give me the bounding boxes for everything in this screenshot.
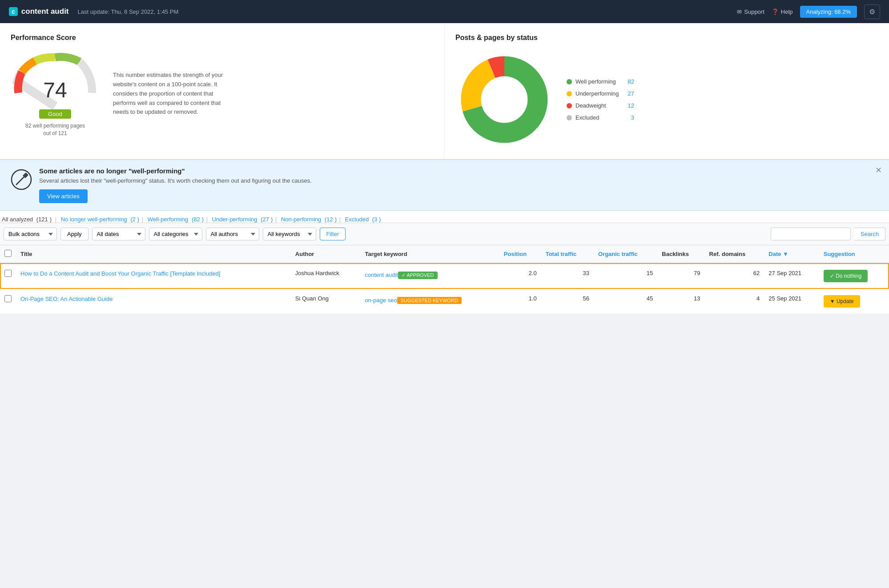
ref-domains-cell: 62	[705, 263, 764, 289]
envelope-icon: ✉	[737, 8, 742, 15]
row-checkbox-cell	[0, 289, 16, 314]
organic-traffic-column-header[interactable]: Organic traffic	[594, 245, 657, 263]
well-performing-label: Well performing	[575, 78, 619, 85]
help-button[interactable]: ❓ Help	[772, 8, 793, 15]
filter-tabs-inner: All analyzed (121) | No longer well-perf…	[0, 216, 889, 223]
row-1-checkbox[interactable]	[4, 295, 12, 302]
ref-domains-column-header: Ref. domains	[705, 245, 764, 263]
svg-text:74: 74	[43, 78, 67, 102]
keyword-cell: on-page seoSUGGESTED KEYWORD	[361, 289, 499, 314]
pie-chart	[455, 51, 553, 148]
all-analyzed-label: All analyzed	[2, 216, 33, 223]
alert-title: Some articles are no longer "well-perfor…	[39, 167, 878, 175]
settings-button[interactable]: ⚙	[864, 4, 880, 19]
toolbar: Bulk actions Apply All dates All categor…	[0, 223, 889, 245]
filter-button[interactable]: Filter	[320, 228, 346, 240]
keyword-link[interactable]: on-page seo	[365, 297, 397, 304]
articles-table-container: Title Author Target keyword Position Tot…	[0, 245, 889, 314]
performance-grade: Good	[39, 109, 71, 119]
legend-excluded: Excluded 3	[567, 114, 634, 121]
date-column-header[interactable]: Date ▼	[764, 245, 819, 263]
logo-icon: c	[9, 7, 18, 16]
no-longer-well-performing-tab[interactable]: No longer well-performing (2)	[61, 216, 139, 223]
pie-content: Well performing 82 Underperforming 27 De…	[455, 51, 878, 148]
backlinks-cell: 13	[657, 289, 704, 314]
alert-description: Several articles lost their "well-perfor…	[39, 177, 878, 184]
filter-tabs: All analyzed (121) | No longer well-perf…	[0, 211, 889, 223]
select-all-header[interactable]	[0, 245, 16, 263]
view-articles-button[interactable]: View articles	[39, 189, 88, 203]
suggestion-button[interactable]: ✓ Do nothing	[824, 270, 868, 282]
under-performing-tab[interactable]: Under-performing (27)	[212, 216, 273, 223]
well-performing-count: 82	[628, 78, 634, 85]
author-column-header: Author	[291, 245, 361, 263]
total-traffic-column-header[interactable]: Total traffic	[541, 245, 594, 263]
all-keywords-select[interactable]: All keywords	[263, 228, 316, 240]
question-icon: ❓	[772, 8, 779, 15]
keyword-cell: content audit✓ APPROVED	[361, 263, 499, 289]
date-cell: 27 Sep 2021	[764, 263, 819, 289]
legend-deadweight: Deadweight 12	[567, 102, 634, 109]
header-actions: ✉ Support ❓ Help Analyzing: 68.2% ⚙	[737, 4, 880, 19]
well-performing-tab[interactable]: Well-performing (82)	[148, 216, 204, 223]
position-column-header[interactable]: Position	[499, 245, 541, 263]
posts-by-status-title: Posts & pages by status	[455, 34, 878, 42]
svg-point-5	[481, 76, 527, 123]
table-row: How to Do a Content Audit and Boost Your…	[0, 263, 889, 289]
search-button[interactable]: Search	[854, 228, 885, 240]
non-performing-tab[interactable]: Non-performing (12)	[281, 216, 337, 223]
excluded-count: 3	[631, 114, 634, 121]
posts-by-status-panel: Posts & pages by status	[445, 23, 889, 159]
legend-well-performing: Well performing 82	[567, 78, 634, 85]
performance-description: This number estimates the strength of yo…	[113, 71, 237, 117]
row-0-checkbox[interactable]	[4, 270, 12, 277]
alert-content: Some articles are no longer "well-perfor…	[39, 167, 878, 203]
apply-button[interactable]: Apply	[60, 228, 88, 240]
keyword-link[interactable]: content audit	[365, 272, 398, 278]
suggestion-cell: ▼ Update	[819, 289, 889, 314]
deadweight-count: 12	[628, 102, 634, 109]
article-title-link[interactable]: How to Do a Content Audit and Boost Your…	[20, 270, 220, 277]
excluded-tab[interactable]: Excluded (3)	[345, 216, 381, 223]
article-title-link[interactable]: On-Page SEO: An Actionable Guide	[20, 296, 113, 302]
keyword-badge: ✓ APPROVED	[398, 272, 438, 279]
backlinks-column-header: Backlinks	[657, 245, 704, 263]
gauge-svg: 74	[11, 51, 100, 113]
analyzing-button[interactable]: Analyzing: 68.2%	[800, 6, 857, 18]
ref-domains-cell: 4	[705, 289, 764, 314]
target-keyword-column-header: Target keyword	[361, 245, 499, 263]
suggestion-button[interactable]: ▼ Update	[824, 295, 860, 308]
alert-icon	[11, 169, 32, 194]
support-button[interactable]: ✉ Support	[737, 8, 764, 15]
all-analyzed-count: (121)	[36, 216, 52, 223]
position-cell: 1.0	[499, 289, 541, 314]
deadweight-dot	[567, 103, 572, 108]
logo-text: content audit	[21, 7, 69, 16]
backlinks-cell: 79	[657, 263, 704, 289]
article-title-cell: On-Page SEO: An Actionable Guide	[16, 289, 291, 314]
select-all-checkbox[interactable]	[4, 250, 12, 257]
all-dates-select[interactable]: All dates	[92, 228, 145, 240]
suggestion-column-header[interactable]: Suggestion	[819, 245, 889, 263]
total-traffic-cell: 33	[541, 263, 594, 289]
author-cell: Joshua Hardwick	[291, 263, 361, 289]
author-cell: Si Quan Ong	[291, 289, 361, 314]
suggestion-cell: ✓ Do nothing	[819, 263, 889, 289]
row-checkbox-cell	[0, 263, 16, 289]
position-cell: 2.0	[499, 263, 541, 289]
underperforming-label: Underperforming	[575, 90, 619, 97]
title-column-header: Title	[16, 245, 291, 263]
alert-close-button[interactable]: ✕	[875, 165, 882, 175]
underperforming-dot	[567, 91, 572, 96]
table-row: On-Page SEO: An Actionable GuideSi Quan …	[0, 289, 889, 314]
performance-title: Performance Score	[11, 34, 434, 42]
legend-underperforming: Underperforming 27	[567, 90, 634, 97]
performance-content: 74 Good 82 well performing pagesout of 1…	[11, 51, 434, 137]
all-authors-select[interactable]: All authors	[206, 228, 259, 240]
bulk-actions-select[interactable]: Bulk actions	[4, 228, 57, 240]
all-categories-select[interactable]: All categories	[149, 228, 202, 240]
total-traffic-cell: 56	[541, 289, 594, 314]
well-performing-dot	[567, 79, 572, 84]
organic-traffic-cell: 15	[594, 263, 657, 289]
search-input[interactable]	[771, 228, 851, 240]
